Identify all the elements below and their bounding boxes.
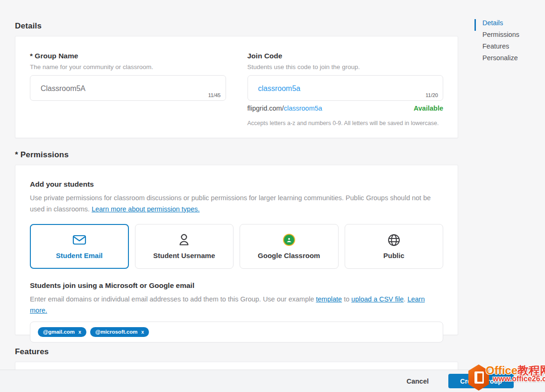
permission-types-link[interactable]: Learn more about permission types. — [92, 205, 199, 213]
details-card: * Group Name The name for your community… — [15, 36, 458, 138]
join-code-counter: 11/20 — [425, 92, 438, 98]
add-students-text: Use private permissions for classroom di… — [30, 194, 431, 213]
chip-remove-icon[interactable]: x — [78, 329, 81, 335]
email-chip-microsoft: @microsoft.com x — [90, 327, 149, 337]
details-section-heading: Details — [15, 21, 458, 31]
add-students-heading: Add your students — [30, 180, 443, 189]
option-label: Google Classroom — [258, 252, 320, 259]
person-icon — [177, 233, 191, 246]
cancel-button[interactable]: Cancel — [406, 378, 429, 385]
group-name-input[interactable]: Classroom5A 11/45 — [30, 75, 226, 101]
nav-item-personalize[interactable]: Personalize — [474, 54, 519, 66]
chip-remove-icon[interactable]: x — [141, 329, 144, 335]
chip-label: @gmail.com — [43, 329, 75, 335]
join-code-url-link[interactable]: classroom5a — [284, 105, 322, 112]
nav-item-features[interactable]: Features — [474, 42, 519, 54]
join-code-field: Join Code Students use this code to join… — [248, 52, 444, 122]
option-google-classroom[interactable]: Google Classroom — [240, 224, 339, 269]
email-desc-text: to — [342, 295, 351, 303]
create-group-button[interactable]: Create Group — [448, 374, 514, 388]
group-name-field: * Group Name The name for your community… — [30, 52, 226, 122]
option-label: Public — [383, 252, 404, 259]
permissions-section-heading: * Permissions — [15, 150, 458, 160]
email-desc-text: Enter email domains or individual email … — [30, 295, 316, 303]
group-name-value: Classroom5A — [41, 84, 85, 93]
join-code-url: flipgrid.com/classroom5a — [248, 105, 322, 112]
email-domains-input[interactable]: @gmail.com x @microsoft.com x — [30, 322, 443, 343]
chip-label: @microsoft.com — [95, 329, 137, 335]
option-label: Student Username — [153, 252, 215, 259]
main-content: Details * Group Name The name for your c… — [15, 0, 458, 381]
email-join-description: Enter email domains or individual email … — [30, 294, 443, 316]
join-code-status-badge: Available — [414, 105, 443, 112]
email-join-heading: Students join using a Microsoft or Googl… — [30, 281, 443, 290]
permission-options: Student Email Student Username Google Cl… — [30, 224, 443, 269]
add-students-description: Use private permissions for classroom di… — [30, 192, 443, 215]
option-student-username[interactable]: Student Username — [135, 224, 234, 269]
mail-icon — [72, 233, 86, 246]
join-code-helper: Students use this code to join the group… — [248, 63, 444, 70]
google-classroom-icon — [282, 233, 296, 246]
features-section-heading: Features — [15, 347, 458, 357]
join-code-meta: flipgrid.com/classroom5a Available — [248, 105, 444, 112]
group-name-counter: 11/45 — [208, 92, 221, 98]
option-label: Student Email — [56, 252, 103, 259]
join-code-value: classroom5a — [258, 84, 301, 93]
section-nav: Details Permissions Features Personalize — [474, 19, 519, 66]
option-public[interactable]: Public — [345, 224, 444, 269]
upload-csv-link[interactable]: upload a CSV file — [351, 295, 403, 303]
join-code-label: Join Code — [248, 52, 444, 60]
nav-item-permissions[interactable]: Permissions — [474, 31, 519, 42]
option-student-email[interactable]: Student Email — [30, 224, 129, 269]
join-code-note: Accepts letters a-z and numbers 0-9. All… — [248, 120, 444, 126]
join-code-input[interactable]: classroom5a 11/20 — [248, 75, 444, 101]
join-code-url-prefix: flipgrid.com/ — [248, 105, 284, 112]
template-link[interactable]: template — [316, 295, 342, 303]
email-chip-gmail: @gmail.com x — [38, 327, 86, 337]
nav-item-details[interactable]: Details — [474, 19, 519, 31]
globe-icon — [387, 233, 401, 246]
permissions-card: Add your students Use private permission… — [15, 165, 458, 335]
group-name-helper: The name for your community or classroom… — [30, 63, 226, 70]
group-name-label: * Group Name — [30, 52, 226, 60]
footer-bar: Cancel Create Group — [0, 370, 545, 392]
